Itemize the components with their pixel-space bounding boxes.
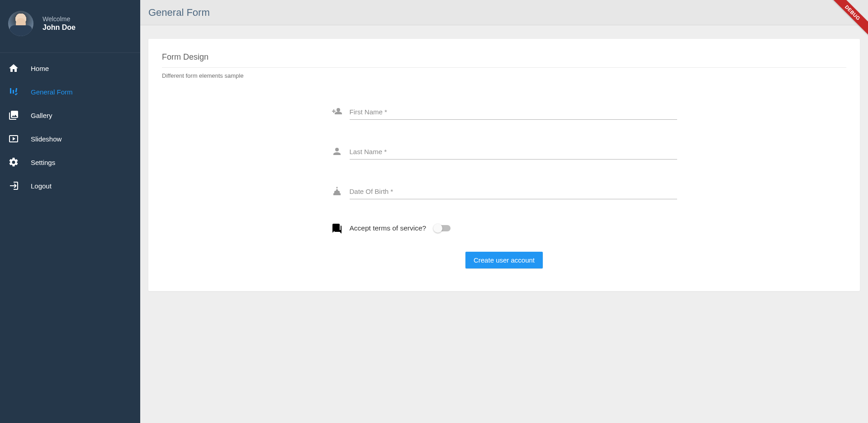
- svg-rect-1: [13, 90, 14, 94]
- sidebar-item-slideshow[interactable]: Slideshow: [0, 127, 140, 150]
- dob-input[interactable]: [350, 183, 677, 199]
- main: General Form Form Design Different form …: [140, 0, 868, 423]
- first-name-input[interactable]: [350, 103, 677, 120]
- svg-rect-0: [10, 88, 11, 94]
- sidebar-item-label: Settings: [31, 159, 55, 166]
- sidebar-item-label: Logout: [31, 182, 52, 190]
- svg-rect-2: [15, 88, 18, 92]
- profile: Welcolme John Doe: [0, 0, 140, 53]
- sidebar-item-settings[interactable]: Settings: [0, 150, 140, 174]
- form-card: Form Design Different form elements samp…: [148, 39, 860, 291]
- content: Form Design Different form elements samp…: [140, 25, 868, 305]
- terms-label: Accept terms of service?: [350, 224, 427, 232]
- sidebar-item-label: General Form: [31, 88, 73, 96]
- page-title: General Form: [148, 7, 210, 19]
- play-box-icon: [8, 133, 19, 144]
- form: First Name * Last Name *: [328, 103, 681, 268]
- sidebar-item-label: Slideshow: [31, 135, 62, 143]
- welcome-text: Welcolme: [43, 15, 76, 23]
- sidebar-item-general-form[interactable]: General Form: [0, 80, 140, 103]
- username-text: John Doe: [43, 24, 76, 32]
- chat-icon: [332, 223, 342, 234]
- header: General Form: [140, 0, 868, 25]
- person-icon: [332, 146, 342, 157]
- nav-list: Home General Form Gallery Slid: [0, 53, 140, 201]
- terms-toggle[interactable]: [434, 225, 451, 231]
- form-icon: [8, 86, 19, 97]
- avatar: [8, 11, 33, 36]
- person-add-icon: [332, 106, 342, 117]
- field-dob: Date Of Birth *: [332, 183, 677, 199]
- logout-icon: [8, 180, 19, 191]
- field-last-name: Last Name *: [332, 143, 677, 160]
- cake-icon: [332, 186, 342, 197]
- sidebar: Welcolme John Doe Home General Form: [0, 0, 140, 423]
- field-terms: Accept terms of service?: [332, 223, 677, 234]
- sidebar-item-logout[interactable]: Logout: [0, 174, 140, 197]
- card-subtitle: Different form elements sample: [162, 68, 846, 79]
- field-first-name: First Name *: [332, 103, 677, 120]
- sidebar-item-label: Home: [31, 65, 49, 72]
- sidebar-item-label: Gallery: [31, 112, 52, 119]
- sidebar-item-home[interactable]: Home: [0, 56, 140, 80]
- home-icon: [8, 63, 19, 74]
- image-icon: [8, 110, 19, 121]
- submit-button[interactable]: Create user account: [465, 252, 543, 268]
- last-name-input[interactable]: [350, 143, 677, 160]
- sidebar-item-gallery[interactable]: Gallery: [0, 103, 140, 127]
- card-title: Form Design: [162, 52, 846, 68]
- gear-icon: [8, 157, 19, 168]
- terms-toggle-thumb: [433, 224, 442, 233]
